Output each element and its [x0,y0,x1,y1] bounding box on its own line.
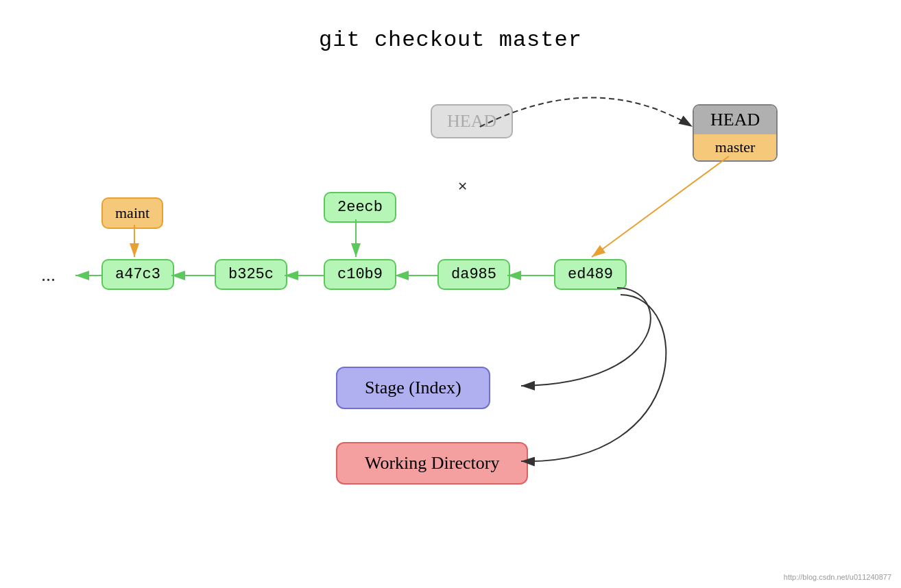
head-new-label: HEAD [694,106,776,134]
page-title: git checkout master [0,0,901,53]
commit-b325c: b325c [215,259,287,290]
commit-c10b9: c10b9 [324,259,396,290]
stage-index: Stage (Index) [336,367,490,409]
x-mark: ✕ [458,177,467,195]
working-directory: Working Directory [336,442,528,485]
head-old: HEAD [431,104,513,138]
head-new: HEAD master [693,104,778,162]
commit-a47c3: a47c3 [101,259,174,290]
master-label: master [694,134,776,160]
watermark: http://blog.csdn.net/u011240877 [784,573,891,581]
branch-2eecb: 2eecb [324,192,396,223]
commit-ed489: ed489 [554,259,627,290]
diagram-arrows [0,0,901,588]
dots-ellipsis: ··· [41,269,56,291]
svg-line-10 [592,156,729,257]
commit-da985: da985 [437,259,510,290]
branch-maint: maint [101,197,163,229]
